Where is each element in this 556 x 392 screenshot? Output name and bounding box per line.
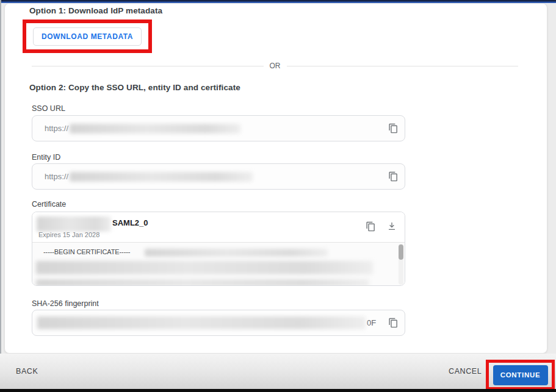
copy-icon[interactable] bbox=[365, 221, 376, 232]
option1-heading: Option 1: Download IdP metadata bbox=[29, 6, 162, 15]
dialog-action-bar: BACK CANCEL CONTINUE bbox=[0, 354, 556, 389]
download-icon[interactable] bbox=[386, 221, 397, 232]
download-metadata-button[interactable]: DOWNLOAD METADATA bbox=[33, 27, 142, 46]
pem-begin-line: -----BEGIN CERTIFICATE----- bbox=[43, 248, 130, 255]
certificate-card: SAML2_0 Expires 15 Jan 2028 -----BEGIN C… bbox=[32, 212, 405, 286]
certificate-redacted-content bbox=[145, 249, 328, 257]
divider-line-right bbox=[287, 66, 519, 66]
entity-id-value-prefix: https:// bbox=[45, 172, 68, 181]
sha256-fingerprint-label: SHA-256 fingerprint bbox=[32, 299, 99, 308]
certificate-expiry-text: Expires 15 Jan 2028 bbox=[38, 231, 99, 238]
back-button[interactable]: BACK bbox=[16, 367, 38, 376]
certificate-header: SAML2_0 Expires 15 Jan 2028 bbox=[32, 212, 405, 242]
entity-id-label: Entity ID bbox=[32, 153, 60, 162]
certificate-name-redacted bbox=[37, 216, 111, 232]
cancel-button[interactable]: CANCEL bbox=[449, 367, 482, 376]
copy-icon[interactable] bbox=[388, 171, 399, 182]
highlight-box-continue: CONTINUE bbox=[486, 360, 555, 390]
sha256-value-suffix: 0F bbox=[367, 318, 376, 327]
certificate-redacted-content bbox=[36, 261, 373, 274]
certificate-pem-scroll-area[interactable]: -----BEGIN CERTIFICATE----- bbox=[32, 243, 405, 286]
sso-setup-dialog-panel: Option 1: Download IdP metadata DOWNLOAD… bbox=[4, 3, 547, 354]
option2-heading: Option 2: Copy the SSO URL, entity ID an… bbox=[29, 83, 240, 92]
divider-line-left bbox=[32, 66, 264, 66]
or-divider: OR bbox=[32, 62, 518, 70]
sso-url-label: SSO URL bbox=[32, 104, 65, 113]
copy-icon[interactable] bbox=[388, 318, 399, 329]
window-left-edge bbox=[0, 0, 1, 392]
scrollbar[interactable] bbox=[399, 244, 403, 285]
certificate-label: Certificate bbox=[32, 200, 66, 208]
sha256-redacted-value bbox=[37, 316, 366, 329]
copy-icon[interactable] bbox=[388, 123, 399, 134]
window-bottom-edge bbox=[0, 389, 556, 392]
certificate-redacted-content bbox=[36, 279, 369, 286]
sha256-fingerprint-field[interactable]: 0F bbox=[32, 310, 405, 336]
highlight-box-download-metadata: DOWNLOAD METADATA bbox=[23, 20, 152, 53]
entity-id-field[interactable]: https:// bbox=[32, 163, 405, 190]
sso-url-value-prefix: https:// bbox=[45, 124, 68, 133]
certificate-name-suffix: SAML2_0 bbox=[112, 218, 148, 227]
scrollbar-thumb[interactable] bbox=[399, 244, 403, 260]
sso-url-field[interactable]: https:// bbox=[32, 115, 405, 141]
continue-button[interactable]: CONTINUE bbox=[493, 365, 548, 385]
or-divider-label: OR bbox=[270, 62, 281, 70]
entity-id-redacted-value bbox=[70, 172, 253, 182]
sso-url-redacted-value bbox=[70, 124, 240, 134]
